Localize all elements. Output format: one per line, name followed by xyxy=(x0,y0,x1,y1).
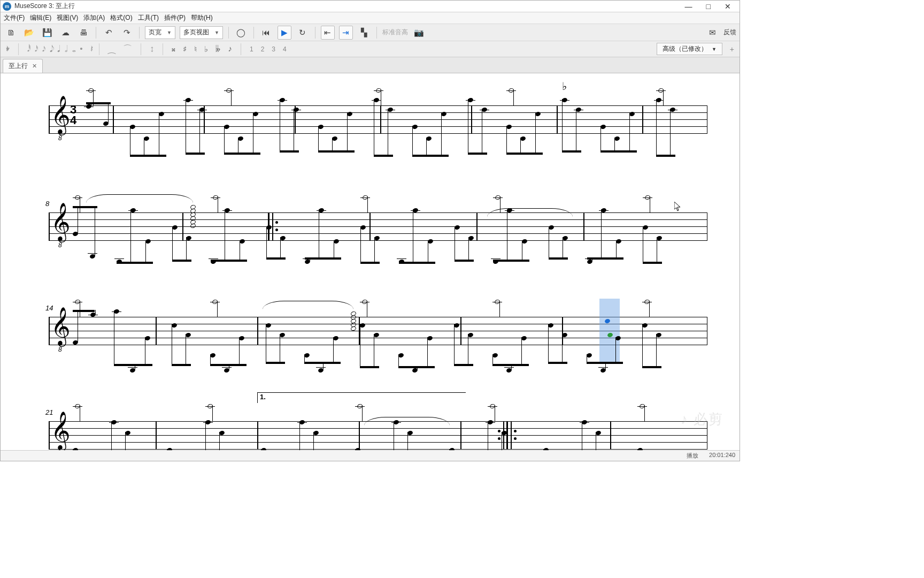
note-input-mode-icon[interactable]: 𝄽▾ xyxy=(6,44,10,55)
voice-1-button[interactable]: 1 xyxy=(250,45,253,53)
loop-icon[interactable]: ↻ xyxy=(296,26,310,40)
note-input-toolbar: 𝄽▾ 𝅘𝅥𝅱 𝅘𝅥𝅰 𝅘𝅥𝅯 𝅘𝅥𝅮 𝅘𝅥 𝅗𝅥 𝅝 • 𝄽 ⁔ ⌒ ↕ 𝄪 ♯… xyxy=(1,41,740,57)
zoom-combo[interactable]: 页宽▼ xyxy=(145,26,175,39)
status-position: 20:01:240 xyxy=(709,452,735,460)
image-capture-icon[interactable]: 📷 xyxy=(412,26,426,40)
natural-icon[interactable]: ♮ xyxy=(194,44,197,54)
maximize-button[interactable]: □ xyxy=(706,2,711,11)
tie-icon[interactable]: ⁔ xyxy=(108,43,116,55)
cloud-save-icon[interactable]: ☁ xyxy=(58,26,72,40)
rewind-icon[interactable]: ⏮ xyxy=(259,26,273,40)
grace-note-icon[interactable]: ♪ xyxy=(228,44,232,54)
menu-plugins[interactable]: 插件(P) xyxy=(164,13,186,22)
status-mode: 播放 xyxy=(687,452,698,460)
document-tab[interactable]: 至上行 ✕ xyxy=(3,59,43,73)
app-window: m MuseScore 3: 至上行 — □ ✕ 文件(F) 编辑(E) 视图(… xyxy=(0,0,740,461)
menu-file[interactable]: 文件(F) xyxy=(4,13,25,22)
close-button[interactable]: ✕ xyxy=(725,2,731,11)
staff: 𝄞 8 34 ♭ xyxy=(49,105,707,133)
mouse-cursor-icon xyxy=(674,202,681,211)
volta-bracket: 1. xyxy=(257,392,466,403)
save-icon[interactable]: 💾 xyxy=(40,26,54,40)
menu-edit[interactable]: 编辑(E) xyxy=(30,13,51,22)
octave-8-label: 8 xyxy=(58,346,62,353)
voice-4-button[interactable]: 4 xyxy=(283,45,287,53)
tie-slur xyxy=(86,194,193,203)
redo-icon[interactable]: ↷ xyxy=(120,26,134,40)
view-mode-combo[interactable]: 多页视图▼ xyxy=(180,26,223,39)
menu-view[interactable]: 视图(V) xyxy=(57,13,78,22)
print-icon[interactable]: 🖶 xyxy=(76,26,90,40)
menu-format[interactable]: 格式(O) xyxy=(110,13,132,22)
chord xyxy=(351,311,356,330)
tie-slur xyxy=(263,301,353,309)
staff: 𝄞 8 xyxy=(49,212,707,240)
treble-clef-icon: 𝄞 xyxy=(51,205,71,238)
chord xyxy=(190,205,196,227)
menu-add[interactable]: 添加(A) xyxy=(83,13,105,22)
tie-slur xyxy=(364,417,450,425)
file-toolbar: 🗎 📂 💾 ☁ 🖶 ↶ ↷ 页宽▼ 多页视图▼ ◯ ⏮ ▶ ↻ ⇤ ⇥ ▚ 标准… xyxy=(1,24,740,41)
octave-8-label: 8 xyxy=(58,241,62,249)
midi-icon[interactable]: ◯ xyxy=(234,26,248,40)
sharp-icon[interactable]: ♯ xyxy=(183,44,187,54)
document-tab-label: 至上行 xyxy=(9,62,28,71)
concert-pitch-button[interactable]: 标准音高 xyxy=(382,28,408,37)
playback-cursor xyxy=(599,299,620,363)
staff-system: 14 𝄞 8 xyxy=(49,317,707,345)
staff-system: 21 1. 𝄞 8 xyxy=(49,421,707,449)
metronome-icon[interactable]: ▚ xyxy=(357,26,371,40)
title-bar: m MuseScore 3: 至上行 — □ ✕ xyxy=(1,1,740,12)
minimize-button[interactable]: — xyxy=(685,2,692,11)
feedback-mail-icon[interactable]: ✉ xyxy=(705,26,719,40)
flat-icon[interactable]: ♭ xyxy=(204,44,208,54)
workspace-combo[interactable]: 高级（已修改）▼ xyxy=(657,43,722,55)
menu-bar: 文件(F) 编辑(E) 视图(V) 添加(A) 格式(O) 工具(T) 插件(P… xyxy=(1,12,740,24)
double-sharp-icon[interactable]: 𝄪 xyxy=(172,44,175,54)
voice-2-button[interactable]: 2 xyxy=(261,45,265,53)
treble-clef-icon: 𝄞 xyxy=(51,309,71,343)
staff-system: 𝄞 8 34 ♭ xyxy=(49,105,707,133)
flat-accidental-icon: ♭ xyxy=(562,80,567,93)
document-tab-close-icon[interactable]: ✕ xyxy=(32,63,37,70)
octave-8-label: 8 xyxy=(58,134,62,142)
staff: 𝄞 8 xyxy=(49,317,707,345)
feedback-link[interactable]: 反馈 xyxy=(723,28,736,37)
score-canvas[interactable]: 𝄞 8 34 ♭ 8 𝄞 8 xyxy=(1,73,740,450)
menu-tools[interactable]: 工具(T) xyxy=(138,13,159,22)
voice-3-button[interactable]: 3 xyxy=(272,45,275,53)
status-bar: 播放 20:01:240 xyxy=(1,450,740,461)
open-file-icon[interactable]: 📂 xyxy=(22,26,36,40)
document-tab-strip: 至上行 ✕ xyxy=(1,57,740,73)
double-flat-icon[interactable]: 𝄫 xyxy=(215,44,220,54)
measure-number: 8 xyxy=(45,200,49,208)
loop-out-icon[interactable]: ⇥ xyxy=(339,26,353,40)
time-signature: 34 xyxy=(70,104,76,126)
app-icon: m xyxy=(3,2,11,11)
staff: 𝄞 8 xyxy=(49,421,707,449)
new-file-icon[interactable]: 🗎 xyxy=(4,26,18,40)
undo-icon[interactable]: ↶ xyxy=(102,26,116,40)
duration-dot-icon[interactable]: • xyxy=(80,44,83,55)
loop-in-icon[interactable]: ⇤ xyxy=(321,26,335,40)
slur-icon[interactable]: ⌒ xyxy=(123,43,132,55)
flip-stem-icon[interactable]: ↕ xyxy=(150,44,155,55)
play-icon[interactable]: ▶ xyxy=(278,26,291,40)
treble-clef-icon: 𝄞 xyxy=(51,414,71,447)
menu-help[interactable]: 帮助(H) xyxy=(191,13,213,22)
add-workspace-icon[interactable]: + xyxy=(730,45,734,54)
window-title: MuseScore 3: 至上行 xyxy=(14,2,75,11)
treble-clef-icon: 𝄞 xyxy=(51,98,71,131)
staff-system: 8 𝄞 8 xyxy=(49,212,707,240)
